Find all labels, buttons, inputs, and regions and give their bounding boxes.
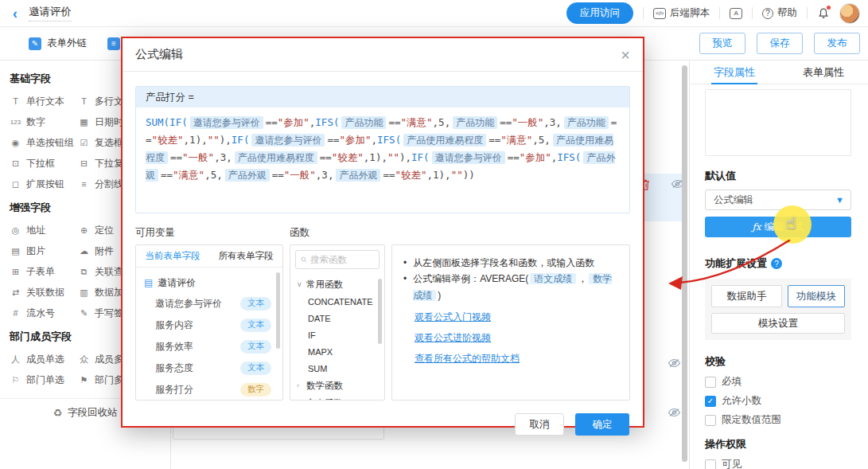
eye-off-icon[interactable] — [668, 407, 681, 421]
default-value-selected: 公式编辑 — [714, 193, 753, 207]
variable-row[interactable]: 邀请您参与评价文本 — [144, 293, 274, 315]
field-type-dept-single[interactable]: ⚐部门单选 — [10, 369, 78, 390]
caret-open-icon: ∨ — [297, 280, 303, 288]
tab-current-form-fields[interactable]: 当前表单字段 — [136, 250, 209, 262]
checkbox-icon[interactable] — [705, 459, 716, 469]
variable-row[interactable]: 服务效率文本 — [144, 336, 274, 358]
function-search-input[interactable] — [310, 255, 374, 264]
module-settings-button[interactable]: 模块设置 — [711, 313, 845, 334]
fx-icon: ƒx — [752, 221, 761, 233]
topbar: ‹ 邀请评价 应用访问 </> 后端脚本 A ? 帮助 — [0, 0, 868, 27]
type-badge: 文本 — [240, 319, 271, 332]
variable-row[interactable]: 服务内容文本 — [144, 315, 274, 336]
data-helper-button[interactable]: 数据助手 — [711, 285, 782, 307]
functions-scrollbar[interactable] — [378, 279, 382, 344]
type-badge: 文本 — [240, 340, 271, 354]
field-type-number[interactable]: 123数字 — [10, 111, 78, 132]
dropdown-multi-icon: ⊟ — [78, 158, 90, 169]
function-item[interactable]: DATE — [297, 310, 378, 326]
tab-form-properties[interactable]: 表单属性 — [779, 61, 868, 84]
divider — [643, 7, 644, 19]
field-description-box[interactable] — [705, 89, 851, 156]
checkbox-icon[interactable] — [705, 415, 716, 426]
function-search[interactable] — [295, 250, 380, 269]
tab-all-form-fields[interactable]: 所有表单字段 — [209, 250, 282, 262]
field-type-address[interactable]: ◎地址 — [10, 220, 78, 240]
help-circle-icon[interactable]: ? — [771, 258, 782, 269]
backend-script-label: 后端脚本 — [670, 6, 710, 20]
checkbox-limit-range[interactable]: 限定数值范围 — [705, 414, 851, 426]
checkbox-visible[interactable]: 可见 — [705, 459, 851, 469]
function-group-common[interactable]: ∨ 常用函数 — [297, 276, 378, 293]
field-type-subform[interactable]: ⊞子表单 — [10, 261, 78, 282]
serial-icon: # — [10, 308, 21, 318]
function-item[interactable]: CONCATENATE — [297, 293, 378, 310]
function-item[interactable]: SUM — [297, 360, 378, 377]
chevron-down-icon: ▼ — [835, 195, 844, 205]
save-button[interactable]: 保存 — [757, 33, 803, 54]
checkbox-icon: ☑ — [78, 138, 90, 148]
caret-closed-icon: › — [297, 399, 303, 401]
extension-settings-label: 功能扩展设置 — [705, 256, 767, 271]
attachment-icon: ☁ — [78, 246, 90, 256]
app-access-button[interactable]: 应用访问 — [566, 2, 633, 24]
function-item[interactable]: IF — [297, 326, 378, 343]
radio-icon: ◉ — [10, 138, 21, 148]
field-type-member-single[interactable]: 人成员单选 — [10, 349, 78, 369]
link-intro-video[interactable]: 观看公式入门视频 — [415, 311, 618, 324]
field-type-single-line-text[interactable]: T单行文本 — [10, 91, 78, 111]
field-type-radio-group[interactable]: ◉单选按钮组 — [10, 132, 78, 153]
number-icon: 123 — [10, 119, 21, 126]
topbar-actions: 应用访问 </> 后端脚本 A ? 帮助 — [566, 2, 868, 24]
eye-off-icon[interactable] — [668, 358, 681, 372]
function-group-text[interactable]: › 文本函数 — [297, 394, 378, 401]
field-type-serial-number[interactable]: #流水号 — [10, 303, 78, 323]
field-type-select[interactable]: ⊡下拉框 — [10, 153, 78, 174]
form-node[interactable]: ▤ 邀请评价 — [144, 272, 274, 293]
close-icon[interactable]: × — [621, 47, 630, 63]
user-avatar[interactable] — [839, 3, 860, 24]
form-external-link-button[interactable]: ✎ 表单外链 — [29, 37, 87, 50]
functions-panel: ∨ 常用函数 CONCATENATE DATE IF MAPX SUM › 数学… — [290, 244, 385, 401]
backend-script-button[interactable]: </> 后端脚本 — [653, 6, 710, 20]
variables-scrollbar[interactable] — [276, 272, 280, 349]
form-doc-icon: ▤ — [144, 277, 153, 288]
link-advanced-video[interactable]: 观看公式进阶视频 — [415, 331, 618, 345]
variables-label: 可用变量 — [135, 226, 290, 240]
notification-bell-icon[interactable] — [817, 7, 830, 20]
canvas-scrollbar[interactable] — [682, 65, 687, 462]
calendar-icon: ▦ — [78, 117, 90, 127]
function-item[interactable]: MAPX — [297, 343, 378, 360]
formula-input[interactable]: SUM(IF(邀请您参与评价=="参加",IFS(产品功能=="满意",5,产品… — [136, 107, 629, 213]
help-bullet-1: 从左侧面板选择字段名和函数，或输入函数 — [413, 255, 594, 271]
tab-field-properties[interactable]: 字段属性 — [690, 61, 779, 84]
properties-tabs: 字段属性 表单属性 — [690, 61, 868, 84]
dept-multi-icon: ⚑ — [78, 375, 90, 385]
default-value-select[interactable]: 公式编辑 ▼ — [705, 190, 851, 210]
variable-row[interactable]: 服务态度文本 — [144, 358, 274, 379]
confirm-button[interactable]: 确定 — [575, 413, 629, 436]
dropdown-icon: ⊡ — [10, 158, 21, 169]
back-icon[interactable]: ‹ — [13, 6, 18, 21]
button-icon: ◻ — [10, 179, 21, 190]
publish-button[interactable]: 发布 — [814, 33, 860, 54]
field-type-linked-data[interactable]: ⇄关联数据 — [10, 282, 78, 303]
help-button[interactable]: ? 帮助 — [762, 6, 797, 20]
function-group-math[interactable]: › 数学函数 — [297, 377, 378, 394]
checkbox-icon[interactable] — [705, 396, 716, 407]
checkbox-icon[interactable] — [705, 377, 716, 388]
modal-header: 公式编辑 × — [123, 38, 643, 72]
field-type-image[interactable]: ▤图片 — [10, 240, 78, 261]
checkbox-required[interactable]: 必填 — [705, 376, 851, 388]
language-icon[interactable]: A — [730, 8, 742, 19]
preview-button[interactable]: 预览 — [699, 33, 745, 54]
variable-row[interactable]: 服务打分数字 — [144, 379, 274, 401]
cancel-button[interactable]: 取消 — [515, 413, 564, 436]
dept-single-icon: ⚐ — [10, 375, 21, 385]
function-module-button[interactable]: 功能模块 — [788, 285, 845, 307]
checkbox-allow-decimal[interactable]: 允许小数 — [705, 395, 851, 407]
link-help-docs[interactable]: 查看所有公式的帮助文档 — [415, 352, 618, 365]
example-field-chip: 语文成绩 — [530, 273, 576, 284]
subform-icon: ⊞ — [10, 267, 21, 277]
field-type-extend-button[interactable]: ◻扩展按钮 — [10, 174, 78, 194]
